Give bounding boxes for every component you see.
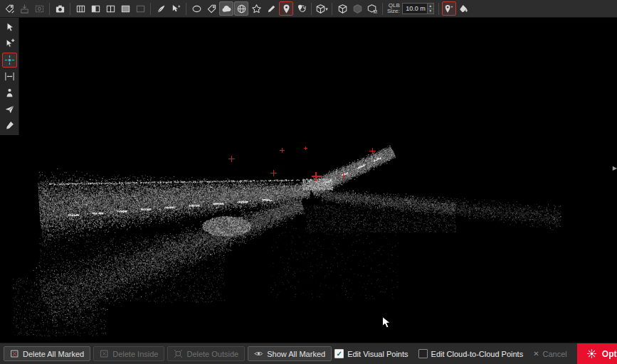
cursor-star-button[interactable] — [169, 1, 183, 16]
move-point-icon — [4, 55, 15, 65]
cube-wire-icon — [337, 4, 348, 14]
view-secondary-icon — [120, 4, 131, 14]
cube-wire-button[interactable] — [335, 1, 349, 16]
cube-dropdown-button[interactable]: ▾ — [315, 1, 329, 16]
control-point-marker[interactable] — [340, 173, 347, 179]
ellipse-select-icon — [191, 4, 202, 14]
toolbar-separator — [311, 3, 312, 15]
camera-button[interactable] — [53, 1, 67, 16]
toolbar-group-5: ▾ — [315, 1, 329, 16]
optimize-label: Optimize Bundle — [602, 349, 617, 359]
camera-icon — [55, 4, 65, 14]
brush-tool-button[interactable] — [2, 118, 17, 133]
view-secondary-button[interactable] — [118, 1, 132, 16]
view-primary-button[interactable] — [88, 1, 102, 16]
cube-m-icon: M — [367, 4, 378, 14]
cloud-icon — [221, 4, 232, 14]
qlb-size-input[interactable] — [403, 4, 427, 14]
cancel-x-icon: ✕ — [533, 350, 539, 358]
panel-expand-arrow[interactable]: ▶ — [613, 166, 617, 171]
view-split-icon — [105, 4, 116, 14]
optimize-bundle-button[interactable]: Optimize Bundle — [577, 343, 617, 364]
edit-points-checkboxes: ✓Edit Visual Points✓Edit Cloud-to-Cloud … — [334, 349, 523, 358]
view-extra-icon — [135, 4, 146, 14]
optimize-spark-icon — [586, 348, 597, 359]
cloud-button[interactable] — [219, 1, 233, 16]
star-select-button[interactable] — [249, 1, 263, 16]
control-point-marker[interactable] — [270, 170, 277, 176]
ellipse-select-button[interactable] — [189, 1, 204, 16]
pin-rotate-button[interactable] — [294, 1, 308, 16]
location-pin-button[interactable] — [279, 1, 293, 16]
button-label: Delete All Marked — [23, 350, 84, 358]
location-pin-icon — [281, 4, 292, 14]
delete-outside-button: Delete Outside — [167, 346, 245, 361]
marker-bar — [343, 173, 344, 179]
marker-bar — [273, 170, 274, 176]
view-split-button[interactable] — [103, 1, 117, 16]
toolbar-separator — [186, 3, 186, 15]
checkbox-box[interactable]: ✓ — [334, 349, 344, 358]
cursor-plus-tool-button[interactable] — [2, 36, 17, 51]
fly-tool-button[interactable] — [2, 102, 17, 117]
qlb-size-spinner: ▲ ▼ — [427, 4, 433, 14]
pen-button[interactable] — [154, 1, 168, 16]
checkbox-box[interactable]: ✓ — [418, 349, 428, 358]
control-point-marker[interactable] — [369, 148, 376, 154]
checkbox-label: Edit Visual Points — [347, 350, 408, 358]
toolbar-groups: ▾M — [2, 1, 386, 16]
toolbar-separator — [438, 3, 439, 15]
pin-star-button[interactable] — [442, 1, 456, 16]
cursor-star-icon — [171, 4, 181, 14]
view-columns-button[interactable] — [73, 1, 88, 16]
toolbar-group-4 — [189, 1, 308, 16]
marked-points-buttons: Delete All MarkedDelete InsideDelete Out… — [4, 346, 332, 361]
globe-icon — [236, 4, 247, 14]
control-point-marker[interactable] — [228, 156, 235, 162]
pin-rotate-icon — [296, 4, 307, 14]
pin-star-icon — [443, 4, 454, 14]
control-point-marker[interactable] — [280, 148, 285, 153]
toolbar-group-2 — [73, 1, 147, 16]
pen-icon — [156, 4, 167, 14]
svg-text:M: M — [373, 9, 376, 14]
left-toolbar — [0, 18, 19, 135]
brush-icon — [4, 120, 15, 131]
delete-inside-icon — [100, 349, 109, 358]
checkbox-label: Edit Cloud-to-Cloud Points — [431, 350, 524, 358]
person-tool-button[interactable] — [2, 85, 17, 100]
dropdown-caret-icon: ▾ — [325, 6, 328, 11]
marker-bar — [315, 172, 317, 181]
button-label: Delete Inside — [112, 350, 158, 358]
edit-visual-points-checkbox[interactable]: ✓Edit Visual Points — [334, 349, 408, 358]
cancel-label: Cancel — [543, 350, 567, 358]
top-toolbar: ▾M QLB Size: ▲ ▼ — [0, 0, 617, 18]
qlb-size-decrease-button[interactable]: ▼ — [428, 9, 433, 14]
snapshot-button — [32, 1, 46, 16]
tag-label-button[interactable] — [204, 1, 218, 16]
delete-all-marked-button[interactable]: Delete All Marked — [4, 346, 90, 361]
cube-solid-icon — [352, 4, 363, 14]
pencil-button[interactable] — [264, 1, 278, 16]
measure-icon — [4, 71, 15, 82]
toolbar-separator — [70, 3, 70, 15]
show-marked-icon — [254, 349, 263, 358]
globe-button[interactable] — [234, 1, 248, 16]
view-primary-icon — [90, 4, 101, 14]
measure-tool-button[interactable] — [2, 69, 17, 84]
cube-m-button[interactable]: M — [365, 1, 379, 16]
toolbar-right-group — [442, 1, 471, 16]
control-point-marker[interactable] — [312, 172, 321, 181]
bottom-bar-options: ✓Edit Visual Points✓Edit Cloud-to-Cloud … — [334, 349, 567, 358]
show-all-marked-button[interactable]: Show All Marked — [248, 346, 332, 361]
paint-bucket-button[interactable] — [457, 1, 471, 16]
cursor-tool-button[interactable] — [2, 20, 17, 35]
viewport-3d[interactable]: ▶ — [0, 18, 617, 343]
tag-edit-button[interactable] — [2, 1, 16, 16]
paint-bucket-icon — [458, 4, 469, 14]
marker-bar — [282, 148, 283, 153]
button-label: Delete Outside — [186, 350, 238, 358]
control-point-marker[interactable] — [304, 146, 307, 150]
move-point-tool-button[interactable] — [2, 53, 17, 68]
edit-cloud-to-cloud-checkbox[interactable]: ✓Edit Cloud-to-Cloud Points — [418, 349, 524, 358]
